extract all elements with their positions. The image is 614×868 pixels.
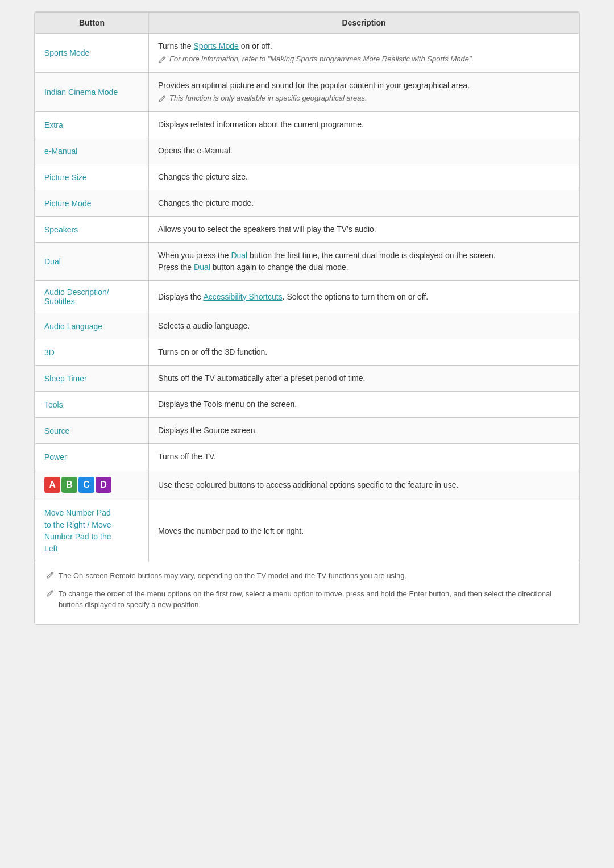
- table-row: Sleep TimerShuts off the TV automaticall…: [35, 366, 579, 392]
- description-text: Moves the number pad to the left or righ…: [158, 525, 570, 537]
- svg-line-3: [51, 591, 52, 592]
- table-row: 3DTurns on or off the 3D function.: [35, 339, 579, 366]
- button-cell: Sleep Timer: [35, 366, 149, 392]
- description-text: Allows you to select the speakers that w…: [158, 223, 570, 235]
- table-row: Move Number Padto the Right / MoveNumber…: [35, 500, 579, 562]
- note-line: For more information, refer to "Making S…: [158, 55, 570, 65]
- table-row: SourceDisplays the Source screen.: [35, 418, 579, 444]
- description-cell: When you press the Dual button the first…: [149, 243, 579, 281]
- button-cell: Audio Language: [35, 313, 149, 339]
- button-cell: Power: [35, 444, 149, 470]
- description-cell: Displays the Source screen.: [149, 418, 579, 444]
- description-cell: Displays the Tools menu on the screen.: [149, 392, 579, 418]
- description-text: Displays related information about the c…: [158, 119, 570, 131]
- table-row: ToolsDisplays the Tools menu on the scre…: [35, 392, 579, 418]
- description-cell: Allows you to select the speakers that w…: [149, 217, 579, 243]
- button-label: Source: [44, 426, 69, 435]
- button-label: Power: [44, 452, 67, 462]
- highlight-link[interactable]: Accessibility Shortcuts: [203, 292, 282, 301]
- btn-a-button: A: [44, 477, 60, 493]
- button-cell: Extra: [35, 112, 149, 138]
- button-label: Indian Cinema Mode: [44, 88, 118, 97]
- table-row: SpeakersAllows you to select the speaker…: [35, 217, 579, 243]
- button-cell: Move Number Padto the Right / MoveNumber…: [35, 500, 149, 562]
- svg-line-0: [163, 57, 164, 59]
- table-row: Picture ModeChanges the picture mode.: [35, 190, 579, 217]
- table-row: Audio Description/SubtitlesDisplays the …: [35, 281, 579, 313]
- button-label: e-Manual: [44, 147, 77, 156]
- description-cell: Turns off the TV.: [149, 444, 579, 470]
- btn-b-button: B: [61, 477, 77, 493]
- highlight-link[interactable]: Dual: [194, 263, 210, 272]
- description-text: Use these coloured buttons to access add…: [158, 479, 570, 491]
- highlight-link[interactable]: Sports Mode: [194, 41, 239, 51]
- description-extra-text: Press the Dual button again to change th…: [158, 261, 570, 273]
- description-cell: Shuts off the TV automatically after a p…: [149, 366, 579, 392]
- button-cell: Picture Size: [35, 164, 149, 190]
- table-row: e-ManualOpens the e-Manual.: [35, 138, 579, 164]
- footer-notes-section: The On-screen Remote buttons may vary, d…: [35, 562, 579, 624]
- column-header-button: Button: [35, 13, 149, 34]
- description-text: Provides an optimal picture and sound fo…: [158, 80, 570, 92]
- description-text: Selects a audio language.: [158, 320, 570, 332]
- button-cell: Audio Description/Subtitles: [35, 281, 149, 313]
- footer-note-2: To change the order of the menu options …: [46, 588, 568, 610]
- button-cell: Speakers: [35, 217, 149, 243]
- button-label: Picture Mode: [44, 199, 91, 208]
- abcd-buttons: ABCD: [44, 477, 139, 493]
- description-text: Shuts off the TV automatically after a p…: [158, 372, 570, 384]
- table-row: ExtraDisplays related information about …: [35, 112, 579, 138]
- note-line: This function is only available in speci…: [158, 94, 570, 105]
- button-label: Dual: [44, 257, 61, 266]
- description-cell: Moves the number pad to the left or righ…: [149, 500, 579, 562]
- description-text: Changes the picture mode.: [158, 197, 570, 209]
- description-cell: Use these coloured buttons to access add…: [149, 470, 579, 500]
- button-label: 3D: [44, 348, 55, 357]
- button-cell: Dual: [35, 243, 149, 281]
- description-cell: Displays related information about the c…: [149, 112, 579, 138]
- table-row: DualWhen you press the Dual button the f…: [35, 243, 579, 281]
- button-cell: Sports Mode: [35, 34, 149, 73]
- note-text: For more information, refer to "Making S…: [169, 55, 474, 63]
- pencil-icon: [158, 56, 166, 65]
- description-text: Turns off the TV.: [158, 451, 570, 463]
- description-cell: Displays the Accessibility Shortcuts. Se…: [149, 281, 579, 313]
- description-text: Displays the Accessibility Shortcuts. Se…: [158, 291, 570, 303]
- pencil-icon: [158, 95, 166, 105]
- button-cell: Tools: [35, 392, 149, 418]
- move-number-pad-label: Move Number Padto the Right / MoveNumber…: [44, 508, 111, 553]
- footer-note-2-text: To change the order of the menu options …: [59, 588, 568, 610]
- note-text: This function is only available in speci…: [169, 94, 367, 102]
- button-cell: Indian Cinema Mode: [35, 73, 149, 112]
- svg-line-1: [163, 97, 164, 98]
- button-label: Extra: [44, 121, 63, 130]
- description-text: Turns the Sports Mode on or off.: [158, 40, 570, 52]
- description-cell: Changes the picture size.: [149, 164, 579, 190]
- description-cell: Selects a audio language.: [149, 313, 579, 339]
- button-cell: Picture Mode: [35, 190, 149, 217]
- description-cell: Opens the e-Manual.: [149, 138, 579, 164]
- table-row: Sports ModeTurns the Sports Mode on or o…: [35, 34, 579, 73]
- description-cell: Provides an optimal picture and sound fo…: [149, 73, 579, 112]
- svg-line-2: [51, 573, 52, 574]
- description-text: Displays the Tools menu on the screen.: [158, 398, 570, 410]
- table-row: ABCDUse these coloured buttons to access…: [35, 470, 579, 500]
- reference-table: Button Description Sports ModeTurns the …: [35, 12, 579, 562]
- description-cell: Changes the picture mode.: [149, 190, 579, 217]
- table-row: Picture SizeChanges the picture size.: [35, 164, 579, 190]
- description-text: Opens the e-Manual.: [158, 145, 570, 157]
- description-text: Displays the Source screen.: [158, 425, 570, 437]
- pencil-icon-2: [46, 589, 54, 601]
- pencil-icon-1: [46, 571, 54, 583]
- table-row: Audio LanguageSelects a audio language.: [35, 313, 579, 339]
- main-container: Button Description Sports ModeTurns the …: [34, 11, 580, 625]
- description-text: Changes the picture size.: [158, 171, 570, 183]
- button-label: Tools: [44, 400, 63, 409]
- button-label: Audio Language: [44, 322, 102, 331]
- btn-c-button: C: [78, 477, 94, 493]
- button-label: Sleep Timer: [44, 374, 87, 383]
- column-header-description: Description: [149, 13, 579, 34]
- button-label: Audio Description/Subtitles: [44, 288, 109, 306]
- btn-d-button: D: [96, 477, 111, 493]
- highlight-link[interactable]: Dual: [231, 251, 247, 260]
